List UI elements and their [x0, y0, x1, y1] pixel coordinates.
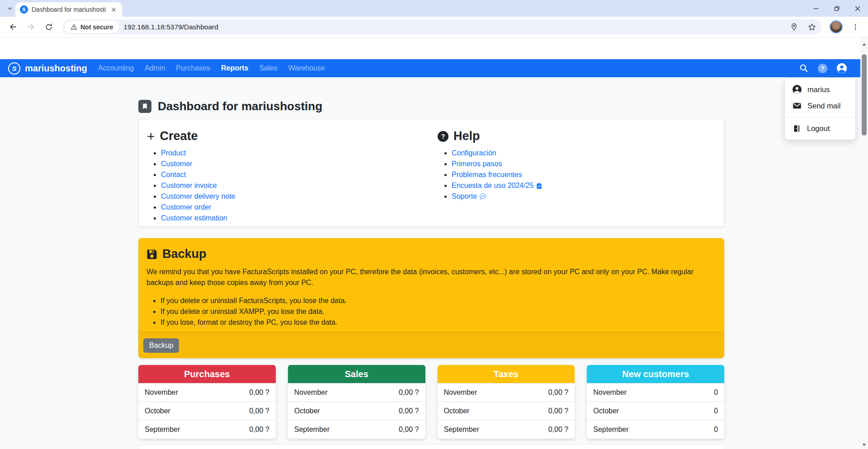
table-row: September0,00 ?: [138, 420, 276, 439]
new-customers-card-header: New customers: [587, 365, 724, 383]
backup-body: Backup We remind you that you have Factu…: [138, 238, 724, 328]
security-chip[interactable]: Not secure: [65, 21, 119, 33]
row-label: September: [294, 426, 330, 434]
menu-item-admin[interactable]: Admin: [139, 59, 170, 77]
link-contact[interactable]: Contact: [161, 171, 186, 178]
window-controls: [806, 0, 868, 17]
browser-toolbar: Not secure 192.168.1.18:5379/Dashboard: [0, 17, 868, 37]
list-item: Customer delivery note: [161, 191, 438, 202]
link-customer-estimation[interactable]: Customer estimation: [161, 214, 227, 222]
bookmark-star-icon[interactable]: [805, 20, 819, 34]
link-primeros-pasos[interactable]: Primeros pasos: [452, 160, 502, 168]
browser-menu-icon[interactable]: [847, 19, 863, 35]
backup-paragraph: We remind you that you have FacturaScrip…: [146, 267, 715, 288]
list-item: Configuración: [452, 148, 716, 159]
plus-icon: +: [147, 131, 155, 142]
page-top-band: [0, 37, 860, 59]
backup-title: Backup: [162, 247, 207, 261]
brand[interactable]: S mariushosting: [8, 62, 87, 75]
link-soporte[interactable]: Soporte: [452, 192, 486, 200]
link-product[interactable]: Product: [161, 149, 186, 157]
partial-bottom-card: [138, 444, 724, 449]
link-customer-delivery-note[interactable]: Customer delivery note: [161, 192, 236, 200]
tab-title: Dashboard for mariushosting: [32, 6, 106, 13]
help-links: Configuración Primeros pasos Problemas f…: [438, 148, 716, 202]
browser-tab-strip: S Dashboard for mariushosting: [0, 0, 868, 17]
table-row: September0,00 ?: [438, 420, 575, 439]
table-row: November0,00 ?: [288, 383, 425, 402]
envelope-icon: [793, 101, 802, 110]
table-row: October0,00 ?: [438, 402, 575, 420]
bookmark-icon[interactable]: [138, 100, 151, 113]
menu-item-warehouse[interactable]: Warehouse: [283, 59, 330, 77]
row-label: November: [294, 388, 328, 397]
user-menu-item-profile[interactable]: marius: [785, 81, 855, 98]
back-button[interactable]: [5, 19, 21, 35]
stats-grid: Purchases November0,00 ? October0,00 ? S…: [138, 365, 724, 439]
browser-tab[interactable]: S Dashboard for mariushosting: [15, 2, 122, 17]
table-row: October0,00 ?: [138, 402, 276, 420]
row-value: 0,00 ?: [249, 426, 269, 434]
list-item: Problemas frecuentes: [452, 169, 716, 180]
row-value: 0,00 ?: [399, 388, 419, 397]
search-icon[interactable]: [799, 64, 808, 73]
link-problemas-frecuentes[interactable]: Problemas frecuentes: [452, 171, 522, 178]
menu-item-accounting[interactable]: Accounting: [93, 59, 139, 77]
new-customers-card: New customers November0 October0 Septemb…: [587, 365, 724, 439]
page-content: S mariushosting Accounting Admin Purchas…: [0, 37, 860, 449]
row-value: 0,00 ?: [399, 407, 419, 415]
link-customer[interactable]: Customer: [161, 160, 192, 168]
profile-avatar[interactable]: [830, 20, 843, 33]
row-label: November: [444, 388, 477, 397]
purchases-card-header: Purchases: [138, 365, 276, 383]
menu-item-purchases[interactable]: Purchases: [170, 59, 216, 77]
purchases-card: Purchases November0,00 ? October0,00 ? S…: [138, 365, 276, 439]
url-text[interactable]: 192.168.1.18:5379/Dashboard: [123, 23, 783, 31]
refresh-button[interactable]: [41, 19, 57, 35]
scrollbar-thumb[interactable]: [862, 54, 867, 136]
address-bar[interactable]: Not secure 192.168.1.18:5379/Dashboard: [62, 19, 821, 34]
link-encuesta[interactable]: Encuesta de uso 2024/25: [452, 182, 542, 189]
row-label: October: [145, 407, 170, 415]
backup-panel: Backup We remind you that you have Factu…: [138, 238, 724, 358]
row-value: 0,00 ?: [249, 388, 269, 397]
list-item: Product: [161, 148, 438, 159]
backup-button[interactable]: Backup: [143, 338, 179, 353]
menu-item-sales[interactable]: Sales: [254, 59, 283, 77]
link-customer-order[interactable]: Customer order: [161, 203, 211, 211]
user-dropdown-menu: marius Send mail Logout: [784, 78, 856, 140]
create-heading: + Create: [147, 129, 438, 143]
page-scrollbar[interactable]: [860, 37, 868, 449]
row-value: 0: [714, 388, 718, 397]
create-title: Create: [160, 129, 198, 143]
user-icon[interactable]: [837, 63, 847, 73]
tab-list-chevron-icon[interactable]: [5, 4, 15, 14]
table-row: November0: [587, 383, 724, 402]
user-menu-item-send-mail[interactable]: Send mail: [785, 98, 855, 114]
brand-name: mariushosting: [25, 63, 87, 74]
floppy-disk-icon: [146, 249, 157, 260]
row-value: 0,00 ?: [548, 388, 568, 397]
backup-footer: Backup: [138, 332, 724, 358]
row-label: September: [593, 426, 628, 434]
scroll-up-icon[interactable]: [862, 42, 867, 47]
location-pin-icon[interactable]: [787, 20, 801, 34]
user-menu-item-logout[interactable]: Logout: [785, 121, 855, 136]
menu-item-reports[interactable]: Reports: [216, 59, 254, 77]
window-minimize-button[interactable]: [806, 0, 826, 17]
row-label: September: [444, 426, 479, 434]
window-restore-button[interactable]: [826, 0, 847, 17]
forward-button[interactable]: [23, 19, 39, 35]
tab-close-icon[interactable]: [109, 5, 118, 14]
user-menu-label: marius: [807, 85, 830, 94]
window-close-button[interactable]: [847, 0, 868, 17]
list-item: Customer invoice: [161, 180, 438, 191]
taxes-card: Taxes November0,00 ? October0,00 ? Septe…: [438, 365, 575, 439]
logout-icon: [793, 124, 801, 133]
link-configuracion[interactable]: Configuración: [452, 149, 496, 157]
scroll-down-icon[interactable]: [862, 442, 867, 447]
help-icon[interactable]: ?: [818, 64, 827, 73]
link-customer-invoice[interactable]: Customer invoice: [161, 182, 217, 189]
row-value: 0,00 ?: [249, 407, 269, 415]
site-favicon: S: [20, 5, 28, 14]
